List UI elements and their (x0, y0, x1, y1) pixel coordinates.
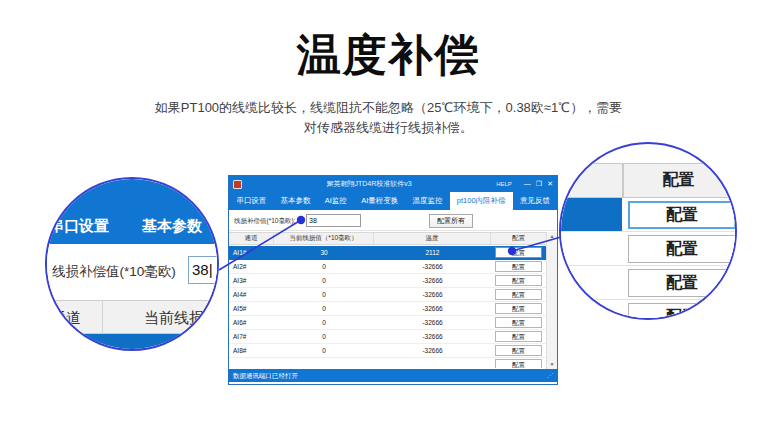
cell-temp: 2112 (374, 246, 491, 259)
window-title: 聚英翱翔JTD4R校准软件v3 (242, 179, 496, 189)
configure-button[interactable]: 配置 (495, 345, 542, 356)
cell-temp: -32666 (374, 260, 491, 273)
magnified-channel-cell (561, 198, 622, 231)
configure-all-button[interactable]: 配置所有 (429, 214, 473, 228)
table-row[interactable]: AI4#0-32666配置 (229, 288, 546, 302)
status-text: 数据通讯端口已经打开 (233, 369, 298, 382)
magnified-tab-serial: 串口设置 (49, 217, 109, 236)
cell-chan: AI5# (229, 302, 274, 315)
magnified-table-row: 配置 (561, 300, 735, 320)
cell-loss: 0 (274, 316, 374, 329)
table-row[interactable]: AI8#0-32666配置 (229, 344, 546, 358)
table-row[interactable]: AI2#0-32666配置 (229, 260, 546, 274)
cell-temp (374, 358, 491, 368)
table-row[interactable]: 配置 (229, 358, 546, 368)
maximize-icon[interactable]: ❐ (536, 176, 542, 192)
help-menu[interactable]: HELP (496, 181, 512, 187)
tab-6[interactable]: 意见反馈 (513, 192, 557, 210)
resize-grip[interactable]: ⋰ (547, 369, 553, 382)
vertical-scrollbar[interactable]: ▲ ▼ (546, 232, 557, 369)
magnified-table-row: 配置 (561, 266, 735, 300)
cell-chan (229, 358, 274, 368)
cell-temp: -32666 (374, 288, 491, 301)
cell-loss: 0 (274, 344, 374, 357)
close-icon[interactable]: ✕ (547, 176, 553, 192)
magnified-header-current-loss: 当前线损值 (144, 309, 219, 328)
cell-configure: 配置 (491, 358, 546, 368)
cell-loss: 0 (274, 288, 374, 301)
magnified-header-channel: 通道 (51, 309, 81, 328)
magnified-tab-basic: 基本参数 (142, 217, 202, 236)
description-line-2: 对传感器线缆进行线损补偿。 (0, 118, 777, 138)
table-row[interactable]: AI1#302112配置 (229, 246, 546, 260)
configure-button[interactable]: 配置 (495, 303, 542, 314)
magnified-loss-input: 38| (188, 256, 219, 284)
status-bar: 数据通讯端口已经打开 ⋰ (229, 369, 557, 382)
page-title: 温度补偿 (0, 26, 777, 85)
magnified-configure-button[interactable]: 配置 (628, 201, 736, 229)
cell-configure: 配置 (491, 274, 546, 287)
loss-compensation-input[interactable]: 38 (306, 214, 361, 227)
tab-bar: 串口设置基本参数AI监控AI量程变换温度监控pt100内阻补偿意见反馈 (229, 192, 557, 210)
tab-1[interactable]: 基本参数 (273, 192, 317, 210)
cell-loss: 0 (274, 330, 374, 343)
cell-chan: AI6# (229, 316, 274, 329)
cell-configure: 配置 (491, 260, 546, 273)
cell-configure: 配置 (491, 288, 546, 301)
tab-3[interactable]: AI量程变换 (354, 192, 405, 210)
configure-button[interactable]: 配置 (495, 331, 542, 342)
cell-chan: AI8# (229, 344, 274, 357)
header-channel: 通道 (229, 233, 274, 244)
cell-temp: -32666 (374, 344, 491, 357)
magnified-control-row: 线损补偿值(*10毫欧) 38| (47, 244, 217, 300)
loss-compensation-label: 线损补偿值(*10毫欧): (234, 217, 295, 226)
cell-temp: -32666 (374, 316, 491, 329)
tab-5[interactable]: pt100内阻补偿 (450, 192, 513, 210)
table-row[interactable]: AI7#0-32666配置 (229, 330, 546, 344)
configure-button[interactable]: 配置 (495, 289, 542, 300)
description-line-1: 如果PT100的线缆比较长，线缆阻抗不能忽略（25℃环境下，0.38欧≈1℃），… (0, 98, 777, 118)
cell-chan: AI7# (229, 330, 274, 343)
header-current-loss: 当前线损值（*10毫欧） (274, 233, 374, 244)
table-row[interactable]: AI3#0-32666配置 (229, 274, 546, 288)
header-temperature: 温度 (374, 233, 491, 244)
table-row[interactable]: AI5#0-32666配置 (229, 302, 546, 316)
cell-temp: -32666 (374, 274, 491, 287)
magnified-table-row: 配置 (561, 232, 735, 266)
minimize-icon[interactable]: — (524, 176, 531, 192)
cell-loss: 30 (274, 246, 374, 259)
table-header: 通道 当前线损值（*10毫欧） 温度 配置 (229, 232, 546, 245)
cell-chan: AI2# (229, 260, 274, 273)
configure-button[interactable]: 配置 (495, 317, 542, 328)
cell-temp: -32666 (374, 330, 491, 343)
cell-chan: AI1# (229, 246, 274, 259)
magnified-table-header: 通道 当前线损值 (47, 300, 217, 334)
cell-chan: AI3# (229, 274, 274, 287)
cell-chan: AI4# (229, 288, 274, 301)
tab-2[interactable]: AI监控 (318, 192, 354, 210)
magnified-configure-button[interactable]: 配置 (628, 235, 736, 263)
magnified-configure-header: 配置 (561, 163, 735, 198)
cell-configure: 配置 (491, 316, 546, 329)
table-row[interactable]: AI6#0-32666配置 (229, 316, 546, 330)
magnified-channel-cell (561, 232, 622, 265)
magnifier-left: 串口设置 基本参数 线损补偿值(*10毫欧) 38| 通道 当前线损值 (45, 177, 219, 351)
cell-temp: -32666 (374, 302, 491, 315)
scroll-up-icon[interactable]: ▲ (547, 232, 557, 241)
tab-0[interactable]: 串口设置 (229, 192, 273, 210)
table-body: AI1#302112配置AI2#0-32666配置AI3#0-32666配置AI… (229, 246, 546, 368)
magnified-configure-button[interactable]: 配置 (628, 303, 736, 320)
magnified-selected-row (47, 334, 217, 351)
configure-button[interactable]: 配置 (495, 275, 542, 286)
header-configure: 配置 (491, 233, 546, 244)
cell-configure: 配置 (491, 302, 546, 315)
magnified-configure-button[interactable]: 配置 (628, 269, 736, 297)
cell-configure: 配置 (491, 344, 546, 357)
cell-configure: 配置 (491, 330, 546, 343)
configure-button[interactable]: 配置 (495, 359, 542, 368)
tab-4[interactable]: 温度监控 (405, 192, 449, 210)
scroll-down-icon[interactable]: ▼ (547, 360, 557, 369)
magnifier-right: 配置 配置配置配置配置 (559, 142, 737, 320)
configure-button[interactable]: 配置 (495, 261, 542, 272)
configure-button[interactable]: 配置 (495, 247, 542, 258)
